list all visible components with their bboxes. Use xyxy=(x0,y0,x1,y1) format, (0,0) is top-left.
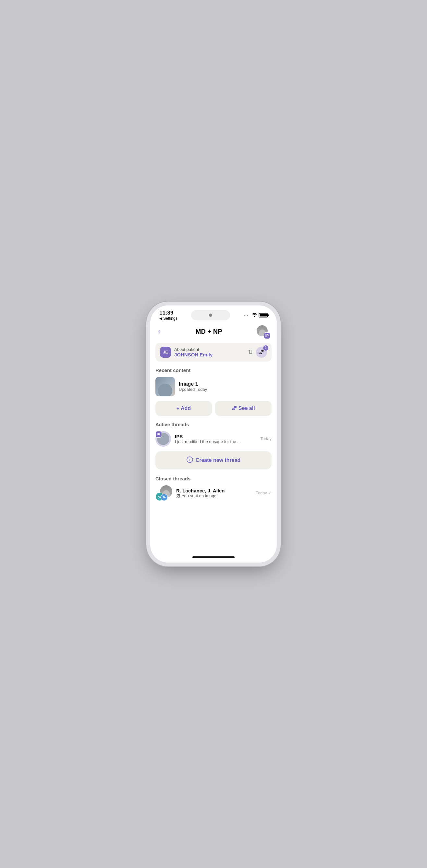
phone-frame: 11:39 ◀ Settings ···· ‹ MD + NP xyxy=(150,306,277,562)
closed-thread-item[interactable]: RL JA R. Lachance, J. Allen 🖼 You sent a… xyxy=(156,485,271,501)
create-thread-icon: + xyxy=(187,456,193,464)
closed-avatar-3: JA xyxy=(161,494,168,501)
image-thumbnail xyxy=(156,377,175,396)
patient-name: JOHNSON Emily xyxy=(174,352,248,358)
image-preview-icon: 🖼 xyxy=(176,493,180,498)
back-button[interactable]: ‹ xyxy=(157,326,162,337)
image-title: Image 1 xyxy=(179,381,207,387)
status-bar: 11:39 ◀ Settings ···· xyxy=(150,306,277,322)
dynamic-island xyxy=(191,310,230,320)
expand-collapse-icon[interactable]: ⇅ xyxy=(248,349,253,356)
delivered-checkmark-icon: ✓ xyxy=(268,491,271,495)
wifi-icon xyxy=(252,313,257,318)
closed-info: R. Lachance, J. Allen 🖼 You sent an imag… xyxy=(176,488,252,498)
about-patient-label: About patient xyxy=(174,347,248,352)
closed-thread-time: Today ✓ xyxy=(256,491,271,495)
user-avatar-group[interactable]: IP xyxy=(256,324,270,339)
action-buttons: + Add 🖇 See all xyxy=(156,401,271,416)
active-thread-item[interactable]: IP IPS I just modified the dosage for th… xyxy=(156,431,271,447)
image-info: Image 1 Updated Today xyxy=(179,381,207,392)
nav-header: ‹ MD + NP IP xyxy=(150,322,277,343)
patient-bar[interactable]: JE About patient JOHNSON Emily ⇅ 🖇 1 xyxy=(156,343,271,362)
patient-controls: ⇅ 🖇 1 xyxy=(248,347,267,358)
status-right: ···· xyxy=(244,313,268,318)
attachment-badge[interactable]: 🖇 1 xyxy=(256,347,267,358)
thread-time: Today xyxy=(260,436,271,441)
create-thread-button[interactable]: + Create new thread xyxy=(156,451,271,469)
thread-preview: I just modified the dosage for the ... xyxy=(175,439,256,444)
home-bar xyxy=(192,556,235,558)
thread-name: IPS xyxy=(175,434,256,439)
status-time: 11:39 xyxy=(159,310,173,316)
active-threads-label: Active threads xyxy=(156,422,271,427)
patient-avatar: JE xyxy=(160,347,171,358)
closed-time-text: Today xyxy=(256,491,267,495)
closed-threads-label: Closed threads xyxy=(156,476,271,482)
status-settings[interactable]: ◀ Settings xyxy=(159,316,177,321)
battery-fill xyxy=(260,314,267,316)
user-role-badge: IP xyxy=(264,332,270,339)
page-title: MD + NP xyxy=(196,328,222,335)
svg-text:+: + xyxy=(189,457,191,462)
dynamic-island-dot xyxy=(209,314,212,317)
signal-icon: ···· xyxy=(244,314,250,317)
closed-avatar-wrap: RL JA xyxy=(156,485,172,501)
add-button[interactable]: + Add xyxy=(156,401,212,416)
recent-content-label: Recent content xyxy=(156,368,271,373)
patient-info: About patient JOHNSON Emily xyxy=(174,347,248,358)
status-left: 11:39 ◀ Settings xyxy=(159,310,177,321)
thread-badge: IP xyxy=(156,431,162,438)
closed-thread-name: R. Lachance, J. Allen xyxy=(176,488,252,493)
create-thread-label: Create new thread xyxy=(196,457,241,463)
clip-icon: 🖇 xyxy=(259,349,264,355)
see-all-button[interactable]: 🖇 See all xyxy=(215,401,271,416)
attachment-count: 1 xyxy=(263,345,268,350)
scroll-area: Recent content Image 1 Updated Today + A… xyxy=(150,362,277,552)
closed-thread-preview: 🖼 You sent an image xyxy=(176,493,252,498)
thread-info: IPS I just modified the dosage for the .… xyxy=(175,434,256,444)
battery-icon xyxy=(259,313,268,317)
image-subtitle: Updated Today xyxy=(179,387,207,392)
home-indicator xyxy=(150,552,277,562)
image-card[interactable]: Image 1 Updated Today xyxy=(156,377,271,396)
closed-thread-preview-text: You sent an image xyxy=(182,493,217,498)
thread-avatar-wrap: IP xyxy=(156,431,171,447)
thumbnail-person xyxy=(158,384,172,396)
